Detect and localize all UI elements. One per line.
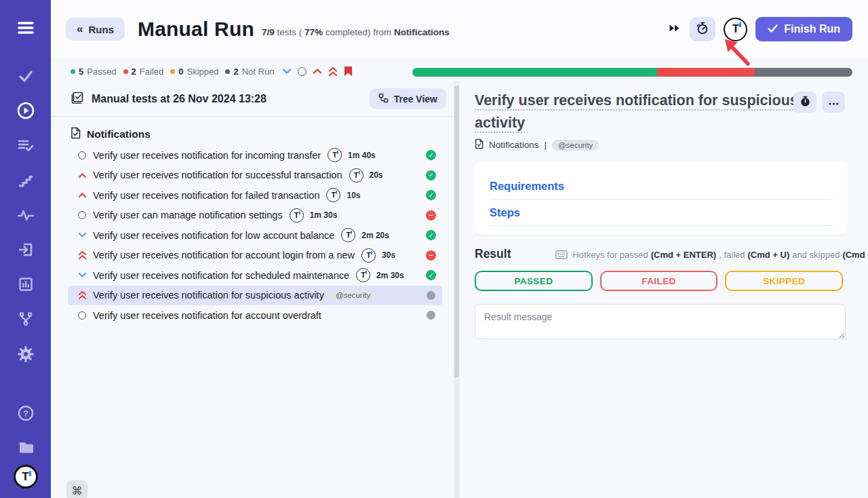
help-icon[interactable]: ? bbox=[16, 403, 36, 423]
sections-card: RequirementsSteps bbox=[475, 161, 848, 235]
status-not_run-icon bbox=[427, 291, 435, 300]
status-passed-icon: ✓ bbox=[426, 270, 436, 280]
test-detail-title[interactable]: Verify user receives notification for su… bbox=[475, 90, 799, 134]
status-passed-icon: ✓ bbox=[426, 150, 436, 160]
back-to-runs-button[interactable]: « Runs bbox=[66, 18, 125, 41]
test-duration: 20s bbox=[370, 170, 383, 180]
status-failed-icon: − bbox=[426, 250, 436, 261]
priority-normal-icon bbox=[78, 151, 86, 159]
test-title: Verify user receives notification for ac… bbox=[93, 310, 321, 321]
priority-normal-icon bbox=[78, 311, 86, 320]
breadcrumb-suite[interactable]: Notifications bbox=[489, 140, 539, 150]
menu-icon[interactable] bbox=[16, 18, 36, 37]
section-steps[interactable]: Steps bbox=[490, 199, 833, 226]
result-buttons: PASSEDFAILEDSKIPPED bbox=[475, 271, 843, 291]
priority-critical-icon bbox=[78, 250, 87, 260]
priority-low-icon bbox=[78, 232, 87, 238]
report-icon[interactable] bbox=[16, 275, 36, 294]
test-row[interactable]: Verify user can manage notification sett… bbox=[68, 206, 442, 226]
test-duration: 10s bbox=[347, 191, 360, 200]
timer-button[interactable] bbox=[690, 17, 715, 41]
command-key-button[interactable]: ⌘ bbox=[66, 480, 87, 498]
progress-segment-failed bbox=[657, 68, 755, 77]
status-count-failed[interactable]: 2Failed bbox=[123, 66, 164, 77]
passed-button[interactable]: PASSED bbox=[475, 271, 593, 291]
circle-priority-icon[interactable] bbox=[298, 67, 307, 76]
finish-run-label: Finish Run bbox=[784, 23, 840, 35]
ellipsis-icon bbox=[829, 97, 839, 107]
scrollbar-thumb[interactable] bbox=[454, 85, 459, 377]
progress-segment-passed bbox=[412, 68, 657, 77]
finish-run-button[interactable]: Finish Run bbox=[755, 17, 852, 41]
test-row[interactable]: Verify user receives notification for in… bbox=[68, 145, 442, 166]
test-row[interactable]: Verify user receives notification for ac… bbox=[68, 305, 442, 326]
vertical-scrollbar[interactable] bbox=[454, 81, 460, 498]
result-message-input[interactable] bbox=[475, 304, 846, 339]
double-chevron-up-icon[interactable] bbox=[328, 66, 338, 77]
test-duration: 2m 20s bbox=[361, 231, 389, 240]
status-dot-icon bbox=[170, 69, 175, 74]
more-actions-button[interactable] bbox=[822, 92, 845, 113]
settings-gear-icon[interactable] bbox=[16, 344, 36, 364]
test-row[interactable]: Verify user receives notification for fa… bbox=[68, 185, 442, 206]
test-title: Verify user receives notification for ac… bbox=[93, 250, 355, 261]
status-count-skipped[interactable]: 0Skipped bbox=[170, 66, 218, 77]
topbar: « Runs Manual Run 7/9 tests ( 77% comple… bbox=[51, 0, 868, 58]
test-row[interactable]: Verify user receives notification for ac… bbox=[68, 246, 442, 266]
tree-view-icon bbox=[378, 93, 389, 105]
status-count-passed[interactable]: 5Passed bbox=[71, 66, 117, 77]
test-title: Verify user can manage notification sett… bbox=[93, 210, 283, 221]
test-title: Verify user receives notification for lo… bbox=[93, 230, 334, 241]
test-row[interactable]: Verify user receives notification for su… bbox=[68, 166, 442, 186]
test-duration: 2m 30s bbox=[376, 271, 404, 280]
section-requirements[interactable]: Requirements bbox=[490, 173, 833, 199]
checklist-icon[interactable] bbox=[16, 136, 36, 155]
test-row[interactable]: Verify user receives notification for su… bbox=[68, 286, 442, 306]
bookmark-icon[interactable] bbox=[344, 66, 353, 77]
import-icon[interactable] bbox=[16, 240, 36, 259]
hotkeys-hint: Hotkeys for passed(Cmd + ENTER), failed(… bbox=[555, 249, 868, 260]
suite-header[interactable]: Notifications bbox=[71, 127, 453, 142]
app-sidebar: ? T bbox=[0, 0, 51, 498]
run-progress-bar bbox=[412, 68, 852, 77]
status-dot-icon bbox=[123, 69, 128, 74]
page-title: Manual Run bbox=[138, 18, 254, 41]
test-title: Verify user receives notification for su… bbox=[93, 170, 342, 180]
activity-icon[interactable] bbox=[16, 205, 36, 225]
testomat-logo[interactable]: T bbox=[14, 465, 38, 489]
skipped-button[interactable]: SKIPPED bbox=[725, 271, 843, 291]
test-row[interactable]: Verify user receives notification for lo… bbox=[68, 225, 442, 246]
chevron-down-icon[interactable] bbox=[282, 68, 292, 75]
status-not_run-icon bbox=[427, 311, 435, 320]
fast-forward-icon[interactable] bbox=[669, 23, 680, 35]
test-title: Verify user receives notification for su… bbox=[93, 290, 324, 301]
test-title: Verify user receives notification for sc… bbox=[93, 270, 349, 281]
steps-icon[interactable] bbox=[16, 170, 36, 190]
play-circle-icon[interactable] bbox=[16, 100, 36, 120]
failed-button[interactable]: FAILED bbox=[600, 271, 718, 291]
test-duration: 1m 40s bbox=[348, 151, 376, 160]
priority-high-icon bbox=[78, 192, 87, 198]
check-icon bbox=[768, 23, 778, 35]
testomat-badge-icon: T bbox=[290, 208, 304, 223]
branch-icon[interactable] bbox=[16, 309, 36, 329]
test-row[interactable]: Verify user receives notification for sc… bbox=[68, 265, 442, 286]
chevrons-left-icon: « bbox=[77, 22, 83, 36]
tag-badge[interactable]: @security bbox=[552, 140, 599, 151]
tree-view-label: Tree View bbox=[394, 94, 437, 104]
status-passed-icon: ✓ bbox=[426, 230, 436, 240]
priority-high-icon bbox=[78, 172, 87, 178]
test-timer-button[interactable] bbox=[793, 92, 816, 113]
projects-folder-icon[interactable] bbox=[16, 438, 36, 458]
testomat-badge-icon: T bbox=[328, 148, 342, 162]
testomat-badge-icon: T bbox=[349, 168, 363, 183]
check-icon[interactable] bbox=[16, 66, 36, 85]
account-logo[interactable]: T bbox=[724, 18, 747, 41]
stopwatch-icon bbox=[800, 95, 811, 109]
status-dot-icon bbox=[71, 69, 75, 74]
tree-view-button[interactable]: Tree View bbox=[370, 88, 446, 109]
run-checklist-icon bbox=[71, 91, 84, 107]
chevron-up-icon[interactable] bbox=[313, 68, 322, 75]
status-count-not-run[interactable]: 2Not Run bbox=[225, 66, 274, 77]
status-failed-icon: − bbox=[426, 210, 436, 221]
